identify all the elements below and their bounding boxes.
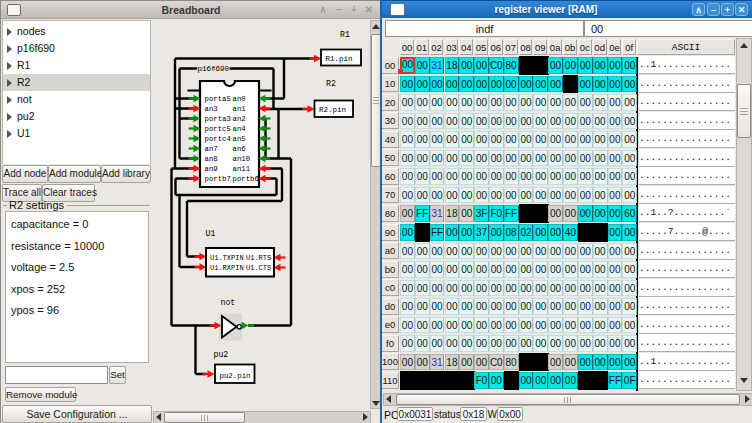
svg-text:U1.RTS: U1.RTS	[246, 254, 271, 262]
svg-text:not: not	[221, 298, 236, 307]
svg-text:an5: an5	[233, 135, 246, 143]
svg-text:portb6: portb6	[233, 175, 259, 183]
svg-text:U1.RXPIN: U1.RXPIN	[210, 264, 244, 272]
svg-text:an7: an7	[205, 145, 218, 153]
svg-text:R1.pin: R1.pin	[326, 55, 353, 63]
svg-text:an11: an11	[233, 165, 251, 173]
svg-text:an10: an10	[233, 155, 251, 163]
svg-text:portb7: portb7	[205, 175, 231, 183]
svg-text:pu2.pin: pu2.pin	[220, 372, 251, 380]
svg-text:R1: R1	[340, 30, 350, 39]
svg-text:an1: an1	[233, 105, 247, 113]
svg-text:portc4: portc4	[205, 135, 232, 143]
svg-text:U1.CTS: U1.CTS	[246, 264, 271, 272]
svg-text:U1: U1	[206, 229, 216, 238]
svg-text:porta5: porta5	[205, 95, 231, 103]
svg-text:an4: an4	[233, 125, 247, 133]
svg-text:an2: an2	[233, 115, 246, 123]
svg-text:an3: an3	[205, 105, 218, 113]
svg-text:an9: an9	[205, 165, 218, 173]
svg-text:an0: an0	[233, 95, 246, 103]
svg-text:an8: an8	[205, 155, 218, 163]
svg-text:p16f690: p16f690	[198, 65, 230, 73]
svg-text:pu2: pu2	[214, 350, 229, 359]
svg-text:U1.TXPIN: U1.TXPIN	[210, 254, 244, 262]
svg-text:portc5: portc5	[205, 125, 231, 133]
svg-text:an6: an6	[233, 145, 246, 153]
svg-text:R2: R2	[326, 79, 336, 88]
svg-text:porta3: porta3	[205, 115, 231, 123]
svg-text:R2.pin: R2.pin	[319, 106, 346, 114]
